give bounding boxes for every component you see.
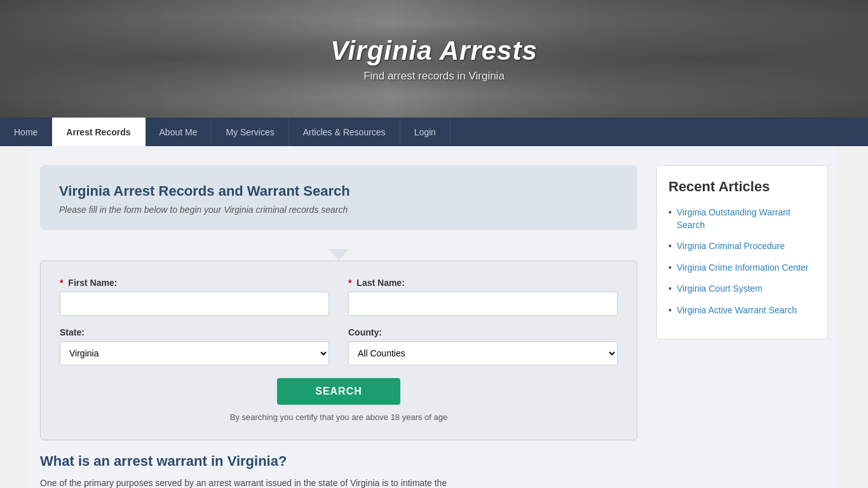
search-card: Virginia Arrest Records and Warrant Sear…	[40, 165, 637, 230]
nav-item-about-me[interactable]: About Me	[146, 118, 212, 146]
main-nav: Home Arrest Records About Me My Services…	[0, 118, 868, 146]
sidebar-link-2[interactable]: Virginia Criminal Procedure	[677, 240, 785, 253]
county-select[interactable]: All Counties Accomack County Albemarle C…	[348, 341, 618, 365]
sidebar-link-item-1: Virginia Outstanding Warrant Search	[668, 207, 816, 231]
nav-item-login[interactable]: Login	[400, 118, 451, 146]
state-select[interactable]: Virginia	[60, 341, 329, 365]
sidebar: Recent Articles Virginia Outstanding War…	[656, 165, 828, 488]
sidebar-link-item-3: Virginia Crime Information Center	[668, 262, 816, 274]
card-pointer	[329, 249, 349, 261]
sidebar-links-list: Virginia Outstanding Warrant Search Virg…	[668, 207, 816, 317]
page-content: Virginia Arrest Records and Warrant Sear…	[31, 146, 837, 488]
hero-banner: Virginia Arrests Find arrest records in …	[0, 0, 868, 118]
search-card-title: Virginia Arrest Records and Warrant Sear…	[59, 183, 618, 200]
nav-item-home[interactable]: Home	[0, 118, 52, 146]
nav-item-articles-resources[interactable]: Articles & Resources	[289, 118, 400, 146]
name-row: * First Name: * Last Name:	[60, 278, 618, 316]
sidebar-link-item-2: Virginia Criminal Procedure	[668, 240, 816, 253]
nav-item-my-services[interactable]: My Services	[212, 118, 288, 146]
search-disclaimer: By searching you certify that you are ab…	[60, 412, 618, 422]
last-name-input[interactable]	[348, 292, 618, 316]
last-name-group: * Last Name:	[348, 278, 618, 316]
first-name-input[interactable]	[60, 292, 329, 316]
search-button[interactable]: SEARCH	[277, 378, 400, 405]
sidebar-link-4[interactable]: Virginia Court System	[677, 283, 763, 295]
site-title: Virginia Arrests	[330, 36, 538, 66]
search-form-area: * First Name: * Last Name: State:	[40, 261, 637, 440]
article-title: What is an arrest warrant in Virginia?	[40, 453, 637, 470]
state-label: State:	[60, 327, 329, 337]
location-row: State: Virginia County: All Counties Acc…	[60, 327, 618, 365]
nav-item-arrest-records[interactable]: Arrest Records	[52, 118, 145, 146]
last-name-required: *	[348, 278, 351, 288]
last-name-label: * Last Name:	[348, 278, 618, 288]
sidebar-link-1[interactable]: Virginia Outstanding Warrant Search	[677, 207, 816, 231]
sidebar-link-item-4: Virginia Court System	[668, 283, 816, 295]
search-card-subtitle: Please fill in the form below to begin y…	[59, 205, 618, 215]
article-text: One of the primary purposes served by an…	[40, 476, 637, 488]
recent-articles-widget: Recent Articles Virginia Outstanding War…	[656, 165, 828, 339]
county-label: County:	[348, 327, 618, 337]
site-subtitle: Find arrest records in Virginia	[330, 70, 538, 83]
sidebar-link-5[interactable]: Virginia Active Warrant Search	[677, 304, 797, 317]
state-group: State: Virginia	[60, 327, 329, 365]
sidebar-link-3[interactable]: Virginia Crime Information Center	[677, 262, 809, 274]
first-name-group: * First Name:	[60, 278, 329, 316]
first-name-label: * First Name:	[60, 278, 329, 288]
first-name-required: *	[60, 278, 63, 288]
hero-text-container: Virginia Arrests Find arrest records in …	[330, 36, 538, 83]
main-column: Virginia Arrest Records and Warrant Sear…	[40, 165, 637, 488]
county-group: County: All Counties Accomack County Alb…	[348, 327, 618, 365]
sidebar-link-item-5: Virginia Active Warrant Search	[668, 304, 816, 317]
sidebar-title: Recent Articles	[668, 179, 816, 195]
article-section: What is an arrest warrant in Virginia? O…	[40, 453, 637, 488]
